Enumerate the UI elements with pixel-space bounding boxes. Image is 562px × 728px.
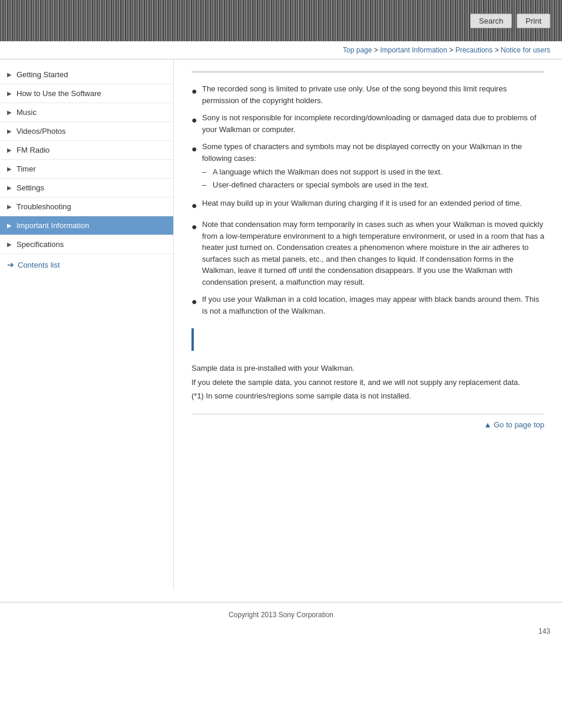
contents-list-link[interactable]: ➔ Contents list: [0, 254, 173, 275]
top-divider: [191, 71, 544, 73]
sidebar-arrow-icon: ▶: [7, 71, 12, 78]
sidebar-item-timer[interactable]: ▶Timer: [0, 160, 173, 179]
breadcrumb: Top page > Important Information > Preca…: [0, 41, 562, 60]
sidebar-arrow-icon: ▶: [7, 222, 12, 229]
sidebar-item-troubleshooting[interactable]: ▶Troubleshooting: [0, 197, 173, 216]
page-footer: Copyright 2013 Sony Corporation: [0, 602, 562, 627]
bullet-item-0: ●The recorded song is limited to private…: [191, 83, 544, 106]
bullet-dot: ●: [191, 113, 202, 127]
bullet-text: Sony is not responsible for incomplete r…: [202, 112, 544, 135]
sidebar-item-label: Specifications: [16, 240, 64, 249]
breadcrumb-top-page[interactable]: Top page: [343, 46, 372, 54]
copyright-text: Copyright 2013 Sony Corporation: [229, 611, 333, 619]
breadcrumb-important-information[interactable]: Important Information: [380, 46, 447, 54]
sidebar-item-important-information[interactable]: ▶Important Information: [0, 216, 173, 235]
bullet-text: Some types of characters and symbols may…: [202, 141, 544, 192]
sample-data-section: Sample data is pre-installed with your W…: [191, 328, 544, 402]
contents-list-icon: ➔: [7, 260, 14, 269]
bullet-text: The recorded song is limited to private …: [202, 83, 544, 106]
go-to-top-link[interactable]: ▲ Go to page top: [484, 420, 545, 429]
sidebar-item-label: Music: [16, 108, 37, 117]
breadcrumb-sep2: >: [449, 46, 455, 54]
sidebar-item-label: Getting Started: [16, 70, 68, 79]
bullet-text: Heat may build up in your Walkman during…: [202, 197, 522, 209]
page-number: 143: [0, 627, 562, 641]
breadcrumb-notice-for-users[interactable]: Notice for users: [501, 46, 550, 54]
bullet-dot: ●: [191, 199, 202, 213]
sidebar-item-getting-started[interactable]: ▶Getting Started: [0, 65, 173, 84]
sidebar-item-music[interactable]: ▶Music: [0, 103, 173, 122]
sidebar-item-label: FM Radio: [16, 146, 49, 154]
bullet-dot: ●: [191, 142, 202, 156]
sub-item-1: –User-defined characters or special symb…: [202, 179, 544, 191]
bullet-dot: ●: [191, 295, 202, 309]
page-header: Search Print: [0, 0, 562, 41]
sidebar-arrow-icon: ▶: [7, 241, 12, 248]
sidebar-arrow-icon: ▶: [7, 128, 12, 134]
contents-list-label: Contents list: [18, 261, 60, 269]
blue-bar-icon: [191, 328, 194, 351]
main-content: ●The recorded song is limited to private…: [174, 60, 562, 590]
sidebar: ▶Getting Started▶How to Use the Software…: [0, 60, 174, 590]
breadcrumb-sep3: >: [495, 46, 501, 54]
breadcrumb-sep1: >: [374, 46, 380, 54]
sidebar-item-how-to-use[interactable]: ▶How to Use the Software: [0, 84, 173, 103]
sub-list: –A language which the Walkman does not s…: [202, 166, 544, 190]
main-layout: ▶Getting Started▶How to Use the Software…: [0, 60, 562, 590]
sidebar-arrow-icon: ▶: [7, 147, 12, 153]
print-button[interactable]: Print: [517, 14, 550, 28]
sample-data-line2: If you delete the sample data, you canno…: [191, 377, 544, 388]
sub-dash-icon: –: [202, 179, 213, 191]
sub-dash-icon: –: [202, 166, 213, 178]
bullet-text: Note that condensation may form temporar…: [202, 219, 544, 288]
bullet-dot: ●: [191, 84, 202, 98]
sidebar-item-videos-photos[interactable]: ▶Videos/Photos: [0, 122, 173, 141]
sub-item-text: A language which the Walkman does not su…: [213, 166, 442, 178]
sidebar-item-label: Settings: [16, 183, 44, 192]
sidebar-item-label: Timer: [16, 164, 36, 173]
bullet-item-3: ●Heat may build up in your Walkman durin…: [191, 197, 544, 213]
breadcrumb-precautions[interactable]: Precautions: [455, 46, 492, 54]
bullet-item-2: ●Some types of characters and symbols ma…: [191, 141, 544, 192]
sidebar-item-fm-radio[interactable]: ▶FM Radio: [0, 141, 173, 160]
notice-bullet-list: ●The recorded song is limited to private…: [191, 83, 544, 317]
sidebar-item-label: Videos/Photos: [16, 127, 66, 136]
sidebar-item-label: Important Information: [16, 221, 90, 230]
bullet-text: If you use your Walkman in a cold locati…: [202, 294, 544, 317]
search-button[interactable]: Search: [470, 14, 512, 28]
sub-item-0: –A language which the Walkman does not s…: [202, 166, 544, 178]
sidebar-arrow-icon: ▶: [7, 203, 12, 210]
sample-data-line3: (*1) In some countries/regions some samp…: [191, 390, 544, 402]
sidebar-item-label: Troubleshooting: [16, 202, 71, 211]
sub-item-text: User-defined characters or special symbo…: [213, 179, 429, 191]
sample-data-text: Sample data is pre-installed with your W…: [191, 363, 544, 402]
sidebar-arrow-icon: ▶: [7, 166, 12, 172]
sidebar-arrow-icon: ▶: [7, 109, 12, 116]
bullet-item-4: ●Note that condensation may form tempora…: [191, 219, 544, 288]
go-to-page-top[interactable]: ▲ Go to page top: [191, 414, 544, 429]
sidebar-item-settings[interactable]: ▶Settings: [0, 179, 173, 197]
bullet-item-5: ●If you use your Walkman in a cold locat…: [191, 294, 544, 317]
sidebar-item-label: How to Use the Software: [16, 89, 101, 98]
sidebar-arrow-icon: ▶: [7, 185, 12, 191]
sidebar-arrow-icon: ▶: [7, 90, 12, 97]
bullet-dot: ●: [191, 220, 202, 234]
sample-data-line1: Sample data is pre-installed with your W…: [191, 363, 544, 374]
bullet-item-1: ●Sony is not responsible for incomplete …: [191, 112, 544, 135]
sidebar-item-specifications[interactable]: ▶Specifications: [0, 235, 173, 254]
